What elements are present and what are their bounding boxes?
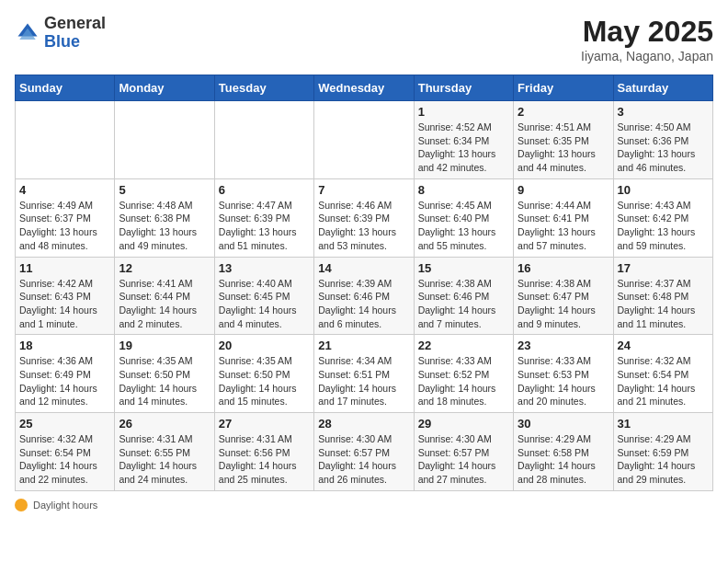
day-info: Sunrise: 4:45 AM Sunset: 6:40 PM Dayligh… [418,199,509,253]
calendar-cell: 24Sunrise: 4:32 AM Sunset: 6:54 PM Dayli… [613,335,712,413]
calendar-cell [16,101,115,179]
day-number: 3 [618,105,709,119]
day-number: 21 [318,339,409,352]
day-number: 27 [219,417,310,431]
day-info: Sunrise: 4:44 AM Sunset: 6:41 PM Dayligh… [518,199,609,253]
day-info: Sunrise: 4:38 AM Sunset: 6:46 PM Dayligh… [418,277,509,331]
weekday-header-row: SundayMondayTuesdayWednesdayThursdayFrid… [16,75,713,101]
calendar-cell: 18Sunrise: 4:36 AM Sunset: 6:49 PM Dayli… [16,335,115,413]
title-area: May 2025 Iiyama, Nagano, Japan [581,15,713,63]
day-info: Sunrise: 4:43 AM Sunset: 6:42 PM Dayligh… [618,199,709,253]
day-info: Sunrise: 4:38 AM Sunset: 6:47 PM Dayligh… [518,277,609,331]
weekday-header: Saturday [613,75,712,101]
day-info: Sunrise: 4:35 AM Sunset: 6:50 PM Dayligh… [219,354,310,408]
day-info: Sunrise: 4:50 AM Sunset: 6:36 PM Dayligh… [618,121,709,175]
weekday-header: Sunday [16,75,115,101]
calendar-cell: 9Sunrise: 4:44 AM Sunset: 6:41 PM Daylig… [514,178,613,257]
day-info: Sunrise: 4:35 AM Sunset: 6:50 PM Dayligh… [119,354,210,408]
day-info: Sunrise: 4:42 AM Sunset: 6:43 PM Dayligh… [19,277,110,331]
weekday-header: Friday [514,75,613,101]
calendar-cell: 12Sunrise: 4:41 AM Sunset: 6:44 PM Dayli… [115,257,214,335]
calendar-cell: 13Sunrise: 4:40 AM Sunset: 6:45 PM Dayli… [214,257,313,335]
day-info: Sunrise: 4:33 AM Sunset: 6:53 PM Dayligh… [518,354,609,408]
calendar-week-row: 1Sunrise: 4:52 AM Sunset: 6:34 PM Daylig… [16,101,713,179]
weekday-header: Wednesday [314,75,414,101]
logo-icon [15,20,40,46]
day-number: 12 [119,261,210,275]
day-info: Sunrise: 4:39 AM Sunset: 6:46 PM Dayligh… [318,277,409,331]
calendar-week-row: 4Sunrise: 4:49 AM Sunset: 6:37 PM Daylig… [16,178,713,257]
day-number: 17 [618,261,709,275]
calendar-cell [314,101,414,179]
calendar-cell: 10Sunrise: 4:43 AM Sunset: 6:42 PM Dayli… [613,178,712,257]
day-number: 8 [418,183,509,197]
calendar-cell: 1Sunrise: 4:52 AM Sunset: 6:34 PM Daylig… [414,101,513,179]
calendar-cell: 16Sunrise: 4:38 AM Sunset: 6:47 PM Dayli… [514,257,613,335]
calendar-cell: 6Sunrise: 4:47 AM Sunset: 6:39 PM Daylig… [214,178,313,257]
day-number: 13 [219,261,310,275]
calendar-week-row: 18Sunrise: 4:36 AM Sunset: 6:49 PM Dayli… [16,335,713,413]
weekday-header: Monday [115,75,214,101]
day-info: Sunrise: 4:32 AM Sunset: 6:54 PM Dayligh… [19,432,110,487]
footer: Daylight hours [15,499,713,511]
day-number: 18 [19,339,110,352]
calendar-cell [214,101,313,179]
calendar-cell: 30Sunrise: 4:29 AM Sunset: 6:58 PM Dayli… [514,413,613,491]
sun-icon [15,499,28,511]
calendar-cell: 11Sunrise: 4:42 AM Sunset: 6:43 PM Dayli… [16,257,115,335]
day-number: 19 [119,339,210,352]
calendar-cell: 20Sunrise: 4:35 AM Sunset: 6:50 PM Dayli… [214,335,313,413]
day-number: 16 [518,261,609,275]
calendar-table: SundayMondayTuesdayWednesdayThursdayFrid… [15,75,713,491]
day-info: Sunrise: 4:40 AM Sunset: 6:45 PM Dayligh… [219,277,310,331]
day-number: 14 [318,261,409,275]
calendar-cell: 27Sunrise: 4:31 AM Sunset: 6:56 PM Dayli… [214,413,313,491]
calendar-cell: 5Sunrise: 4:48 AM Sunset: 6:38 PM Daylig… [115,178,214,257]
day-number: 15 [418,261,509,275]
calendar-cell: 2Sunrise: 4:51 AM Sunset: 6:35 PM Daylig… [514,101,613,179]
day-info: Sunrise: 4:52 AM Sunset: 6:34 PM Dayligh… [418,121,509,175]
day-info: Sunrise: 4:37 AM Sunset: 6:48 PM Dayligh… [618,277,709,331]
day-info: Sunrise: 4:33 AM Sunset: 6:52 PM Dayligh… [418,354,509,408]
day-info: Sunrise: 4:30 AM Sunset: 6:57 PM Dayligh… [318,432,409,487]
day-number: 7 [318,183,409,197]
logo: General Blue [15,15,106,52]
day-number: 22 [418,339,509,352]
weekday-header: Thursday [414,75,513,101]
calendar-cell: 17Sunrise: 4:37 AM Sunset: 6:48 PM Dayli… [613,257,712,335]
daylight-label: Daylight hours [33,500,97,511]
calendar-cell: 31Sunrise: 4:29 AM Sunset: 6:59 PM Dayli… [613,413,712,491]
calendar-cell: 23Sunrise: 4:33 AM Sunset: 6:53 PM Dayli… [514,335,613,413]
day-info: Sunrise: 4:29 AM Sunset: 6:58 PM Dayligh… [518,432,609,487]
calendar-cell: 8Sunrise: 4:45 AM Sunset: 6:40 PM Daylig… [414,178,513,257]
logo-general-text: General [44,14,106,32]
day-info: Sunrise: 4:48 AM Sunset: 6:38 PM Dayligh… [119,199,210,253]
day-number: 31 [618,417,709,431]
day-number: 29 [418,417,509,431]
day-info: Sunrise: 4:31 AM Sunset: 6:56 PM Dayligh… [219,432,310,487]
day-number: 11 [19,261,110,275]
day-number: 5 [119,183,210,197]
calendar-week-row: 25Sunrise: 4:32 AM Sunset: 6:54 PM Dayli… [16,413,713,491]
calendar-week-row: 11Sunrise: 4:42 AM Sunset: 6:43 PM Dayli… [16,257,713,335]
day-info: Sunrise: 4:32 AM Sunset: 6:54 PM Dayligh… [618,354,709,408]
day-number: 25 [19,417,110,431]
day-info: Sunrise: 4:46 AM Sunset: 6:39 PM Dayligh… [318,199,409,253]
day-info: Sunrise: 4:51 AM Sunset: 6:35 PM Dayligh… [518,121,609,175]
calendar-cell: 22Sunrise: 4:33 AM Sunset: 6:52 PM Dayli… [414,335,513,413]
day-number: 20 [219,339,310,352]
day-number: 9 [518,183,609,197]
day-number: 6 [219,183,310,197]
day-number: 26 [119,417,210,431]
day-number: 1 [418,105,509,119]
calendar-cell: 15Sunrise: 4:38 AM Sunset: 6:46 PM Dayli… [414,257,513,335]
weekday-header: Tuesday [214,75,313,101]
day-number: 28 [318,417,409,431]
calendar-cell: 4Sunrise: 4:49 AM Sunset: 6:37 PM Daylig… [16,178,115,257]
day-info: Sunrise: 4:36 AM Sunset: 6:49 PM Dayligh… [19,354,110,408]
day-info: Sunrise: 4:41 AM Sunset: 6:44 PM Dayligh… [119,277,210,331]
day-number: 10 [618,183,709,197]
calendar-cell: 19Sunrise: 4:35 AM Sunset: 6:50 PM Dayli… [115,335,214,413]
day-info: Sunrise: 4:49 AM Sunset: 6:37 PM Dayligh… [19,199,110,253]
day-info: Sunrise: 4:34 AM Sunset: 6:51 PM Dayligh… [318,354,409,408]
